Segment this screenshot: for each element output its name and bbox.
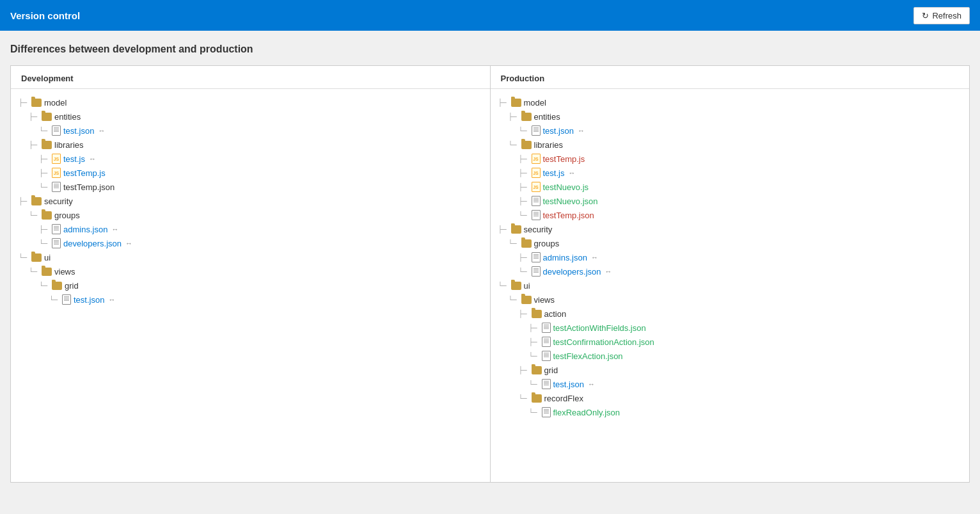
json-file-icon — [532, 266, 541, 277]
tree-connector: ├─ — [519, 155, 532, 163]
tree-label: test.json — [553, 380, 584, 389]
tree-connector: ├─ — [519, 169, 532, 177]
tree-item-test_json_ui_prod[interactable]: └─test.json↔ — [496, 377, 965, 391]
tree-item-flexReadOnly_prod[interactable]: └─flexReadOnly.json — [496, 405, 965, 419]
tree-item-testNuevo_js_prod[interactable]: ├─JStestNuevo.js — [496, 180, 965, 194]
development-panel: Development ├─model├─entities└─test.json… — [11, 66, 491, 482]
sync-icon: ↔ — [605, 268, 612, 275]
folder-icon — [521, 141, 532, 149]
tree-item-libraries[interactable]: ├─libraries — [16, 138, 485, 152]
json-file-icon — [52, 182, 61, 192]
tree-label: testFlexAction.json — [553, 351, 623, 361]
tree-connector: └─ — [39, 239, 52, 248]
tree-connector: ├─ — [529, 338, 542, 346]
tree-item-recordFlex_prod[interactable]: └─recordFlex — [496, 391, 965, 405]
tree-item-model[interactable]: ├─model — [16, 95, 485, 109]
tree-item-developers_json_prod[interactable]: └─developers.json↔ — [496, 264, 965, 278]
tree-item-security_prod[interactable]: ├─security — [496, 222, 965, 236]
tree-item-action_prod[interactable]: ├─action — [496, 307, 965, 321]
folder-icon — [31, 253, 42, 262]
tree-item-groups_prod[interactable]: └─groups — [496, 236, 965, 250]
tree-connector: └─ — [529, 380, 542, 389]
production-panel: Production ├─model├─entities└─test.json↔… — [491, 66, 970, 482]
tree-connector: ├─ — [498, 99, 511, 107]
tree-connector: └─ — [519, 127, 532, 135]
tree-label: views — [54, 267, 75, 277]
tree-label: model — [524, 98, 546, 108]
tree-connector: ├─ — [19, 99, 31, 107]
tree-connector: ├─ — [519, 310, 532, 318]
production-panel-header: Production — [491, 66, 970, 89]
tree-label: test.js — [543, 168, 565, 178]
tree-item-model_prod[interactable]: ├─model — [496, 95, 965, 109]
tree-connector: ├─ — [39, 169, 52, 177]
tree-item-testNuevo_json_prod[interactable]: ├─testNuevo.json — [496, 194, 965, 208]
tree-item-admins_json_prod[interactable]: ├─admins.json↔ — [496, 250, 965, 264]
tree-label: ui — [524, 281, 530, 291]
tree-item-testTemp_js_dev[interactable]: ├─JStestTemp.js — [16, 166, 485, 180]
folder-icon — [31, 99, 42, 107]
tree-item-groups[interactable]: └─groups — [16, 208, 485, 222]
tree-connector: ├─ — [29, 113, 42, 121]
tree-connector: ├─ — [39, 225, 52, 234]
tree-label: grid — [65, 281, 79, 291]
tree-item-entities_prod[interactable]: ├─entities — [496, 109, 965, 124]
tree-connector: └─ — [509, 296, 521, 304]
tree-item-test_json_dev[interactable]: └─test.json↔ — [16, 124, 485, 138]
tree-item-testTemp_json_prod[interactable]: └─testTemp.json — [496, 208, 965, 222]
folder-icon — [521, 113, 532, 121]
tree-connector: └─ — [498, 282, 511, 290]
folder-icon — [532, 310, 542, 318]
app-container: Version control ↻ Refresh Differences be… — [0, 0, 980, 495]
folder-icon — [42, 113, 52, 121]
panels-container: Development ├─model├─entities└─test.json… — [10, 65, 970, 483]
tree-item-testActionWithFields_prod[interactable]: ├─testActionWithFields.json — [496, 321, 965, 335]
tree-item-testTemp_json_dev[interactable]: └─testTemp.json — [16, 180, 485, 194]
tree-connector: ├─ — [529, 324, 542, 332]
folder-icon — [532, 366, 542, 374]
tree-label: libraries — [54, 140, 84, 150]
tree-label: entities — [54, 112, 81, 122]
tree-item-libraries_prod[interactable]: └─libraries — [496, 138, 965, 152]
tree-item-testTemp_js_prod[interactable]: ├─JStestTemp.js — [496, 152, 965, 166]
tree-label: testNuevo.json — [543, 197, 598, 206]
tree-item-test_js_dev[interactable]: ├─JStest.js↔ — [16, 152, 485, 166]
tree-item-test_json_ui_dev[interactable]: └─test.json↔ — [16, 293, 485, 307]
tree-item-ui[interactable]: └─ui — [16, 250, 485, 264]
tree-item-test_json_prod[interactable]: └─test.json↔ — [496, 124, 965, 138]
tree-item-entities[interactable]: ├─entities — [16, 109, 485, 124]
tree-label: testNuevo.js — [543, 182, 589, 192]
tree-item-test_js_prod[interactable]: ├─JStest.js↔ — [496, 166, 965, 180]
tree-connector: ├─ — [519, 183, 532, 191]
tree-label: testTemp.js — [63, 168, 106, 178]
folder-icon — [42, 211, 52, 220]
sync-icon: ↔ — [111, 225, 118, 233]
json-file-icon — [52, 238, 61, 248]
json-file-icon — [532, 210, 541, 220]
tree-label: libraries — [534, 140, 564, 150]
js-file-icon: JS — [532, 154, 541, 164]
tree-item-admins_json_dev[interactable]: ├─admins.json↔ — [16, 222, 485, 236]
tree-item-ui_prod[interactable]: └─ui — [496, 278, 965, 293]
folder-icon — [532, 394, 542, 403]
json-file-icon — [52, 125, 61, 136]
tree-item-testConfirmationAction_prod[interactable]: ├─testConfirmationAction.json — [496, 335, 965, 349]
tree-label: action — [544, 309, 567, 319]
tree-connector: └─ — [19, 253, 31, 262]
tree-item-grid[interactable]: └─grid — [16, 278, 485, 293]
tree-label: security — [524, 225, 553, 234]
tree-label: test.js — [63, 154, 85, 164]
json-file-icon — [52, 224, 61, 234]
json-file-icon — [532, 252, 541, 262]
tree-connector: └─ — [519, 268, 532, 276]
tree-item-testFlexAction_prod[interactable]: └─testFlexAction.json — [496, 349, 965, 363]
tree-item-grid_prod[interactable]: ├─grid — [496, 363, 965, 377]
tree-item-views_prod[interactable]: └─views — [496, 293, 965, 307]
js-file-icon: JS — [52, 168, 61, 178]
tree-item-security[interactable]: ├─security — [16, 194, 485, 208]
tree-item-developers_json_dev[interactable]: └─developers.json↔ — [16, 236, 485, 250]
folder-icon — [511, 225, 521, 234]
tree-label: security — [44, 197, 73, 206]
tree-item-views[interactable]: └─views — [16, 264, 485, 278]
refresh-button[interactable]: ↻ Refresh — [913, 7, 970, 24]
